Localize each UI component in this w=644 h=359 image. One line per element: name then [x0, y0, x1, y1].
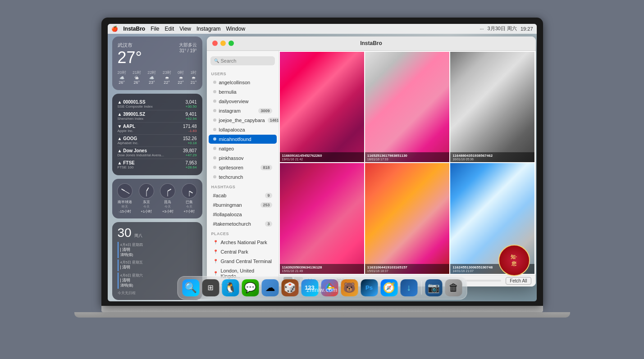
- dock-safari[interactable]: 🧭: [380, 279, 397, 296]
- menu-window[interactable]: Window: [226, 26, 245, 32]
- stock-row-1: ▲ 399001.SZShenzhen Index 9,401+62.94: [118, 110, 197, 123]
- sidebar-item-bernulia[interactable]: bernulia: [209, 87, 277, 96]
- sidebar-item-techcrunch[interactable]: techcrunch: [209, 173, 277, 182]
- sidebar-item-takemetochurch[interactable]: #takemetochurch3: [209, 219, 277, 228]
- dock-camera[interactable]: 📷: [425, 279, 442, 296]
- stand-foot: [74, 312, 570, 318]
- forecast-0: 20时 ☁️ 26°: [118, 70, 126, 85]
- progress-track-2: [465, 280, 501, 282]
- dock-photoshop[interactable]: Ps: [361, 279, 378, 296]
- user-dot: [213, 166, 216, 169]
- search-wrap[interactable]: 🔍: [210, 56, 275, 65]
- grid-item-3[interactable]: 11639205039634136128 15/01/16 21:49: [280, 163, 364, 274]
- sidebar-item-instagram[interactable]: instagram3009: [209, 106, 277, 115]
- menu-view[interactable]: View: [179, 26, 191, 32]
- content-area: 11660916145452762260 19/01/16 21:42 1165…: [279, 51, 536, 286]
- dock-launchpad[interactable]: ⊞: [202, 279, 219, 296]
- screen: 🍎 InstaBro File Edit View Instagram Wind…: [108, 24, 537, 301]
- sidebar-item-acab[interactable]: #acab9: [209, 191, 277, 200]
- takemetochurch-badge: 3: [265, 221, 272, 227]
- sidebar-item-joejoe[interactable]: joejoe_the_capybara1461: [209, 116, 277, 125]
- user-dot: [213, 128, 216, 131]
- grid-info-4: 11631064419103165157 15/01/16 18:37: [365, 264, 449, 274]
- dock-trash[interactable]: 🗑: [445, 279, 462, 296]
- window-title: InstaBro: [360, 40, 382, 46]
- forecast-1: 21时 🌦 26°: [132, 70, 141, 85]
- sidebar-item-burningman[interactable]: #burningman253: [209, 200, 277, 209]
- stock-row-4: ▲ Dow JonesDow Jones Industrial Avera...…: [118, 147, 197, 159]
- menu-appname[interactable]: InstaBro: [123, 26, 146, 32]
- joejoe-badge: 1461: [268, 118, 279, 123]
- close-button[interactable]: [212, 41, 218, 46]
- fetch-all-button[interactable]: Fetch All: [506, 277, 531, 285]
- sidebar-item-lollapalooza[interactable]: lollapalooza: [209, 125, 277, 134]
- cal-date: 30: [118, 227, 132, 239]
- macbook-frame: 🍎 InstaBro File Edit View Instagram Wind…: [74, 18, 570, 342]
- watermark: 知· 您: [498, 245, 530, 276]
- menubar-date: 3月30日 周六: [488, 25, 517, 32]
- stock-row-3: ▲ GOOGAlphabet Inc. 152.26+0.18: [118, 135, 197, 147]
- sidebar-item-lollapalooza-tag[interactable]: #lollapalooza: [209, 210, 277, 219]
- dock-download[interactable]: ↓: [400, 279, 417, 296]
- menubar-time: 19:27: [521, 26, 533, 32]
- widgets-panel: 武汉市 27° 大部多云 31° / 19° 20时: [112, 36, 202, 300]
- dock-misc[interactable]: 🎲: [281, 279, 298, 296]
- clock-widget: 南半球港 昨天 -15小时 东京 今天 +1小时: [112, 179, 202, 218]
- menu-edit[interactable]: Edit: [165, 26, 174, 32]
- sidebar-item-dailyoverview[interactable]: dailyoverview: [209, 97, 277, 106]
- stand-bar: [101, 306, 543, 312]
- menubar-left: 🍎 InstaBro File Edit View Instagram Wind…: [111, 26, 246, 32]
- menubar: 🍎 InstaBro File Edit View Instagram Wind…: [108, 24, 537, 34]
- zhiniw-bottom-text: zhiniw.com: [306, 286, 338, 293]
- sidebar-item-spritesoren[interactable]: spritesoren818: [209, 163, 277, 172]
- grid-info-2: 11648804351938567462 16/01/16 05:36: [450, 152, 534, 162]
- forecast-5: 1时 🌧 21°: [190, 70, 196, 85]
- search-input[interactable]: [221, 58, 271, 64]
- place-pin-icon: 📍: [213, 259, 218, 264]
- sidebar-item-angelcollinson[interactable]: angelcollinson: [209, 78, 277, 87]
- forecast-2: 22时 ☁️ 23°: [147, 70, 156, 85]
- sidebar-item-pinkhassov[interactable]: pinkhassov: [209, 154, 277, 163]
- places-section-label: PLACES: [207, 229, 279, 237]
- user-dot: [213, 81, 216, 84]
- place-pin-icon: 📍: [213, 240, 218, 245]
- minimize-button[interactable]: [220, 41, 226, 46]
- place-pin-icon: 📍: [213, 250, 218, 254]
- user-dot: [213, 156, 216, 159]
- burningman-badge: 253: [260, 202, 272, 208]
- sidebar-place-arches[interactable]: 📍Arches National Park: [209, 238, 277, 247]
- search-icon: 🔍: [214, 59, 219, 63]
- dock-clouddrive[interactable]: ☁: [261, 279, 279, 296]
- grid-item-2[interactable]: 11648804351938567462 16/01/16 05:36: [450, 52, 534, 163]
- sidebar-search-wrap: 🔍: [207, 55, 279, 69]
- weather-temp: 27°: [118, 49, 142, 67]
- dock-wechat[interactable]: 💬: [242, 279, 259, 296]
- apple-menu[interactable]: 🍎: [111, 26, 118, 32]
- menubar-right: ··· 3月30日 周六 19:27: [480, 25, 533, 32]
- grid-item-0[interactable]: 11660916145452762260 19/01/16 21:42: [280, 52, 364, 163]
- grid-item-1[interactable]: 11652513617983851130 18/01/16 17:33: [365, 52, 449, 163]
- forecast-4: 0时 🌧 22°: [178, 70, 184, 85]
- clock-3: 已集 今天 +7小时: [182, 183, 197, 214]
- dock-bear[interactable]: 🐻: [341, 279, 358, 296]
- sidebar-place-grandcentral[interactable]: 📍Grand Central Terminal: [209, 257, 277, 266]
- menu-file[interactable]: File: [151, 26, 159, 32]
- user-dot: [213, 175, 216, 178]
- clock-2: 昆岛 今天 +3小时: [160, 183, 175, 214]
- sidebar-item-natgeo[interactable]: natgeo: [209, 144, 277, 153]
- sidebar-item-micahnotfound[interactable]: micahnotfound: [209, 135, 277, 144]
- clock-face-0: [117, 183, 132, 199]
- sidebar-place-centralpark[interactable]: 📍Central Park: [209, 247, 277, 256]
- grid-item-4[interactable]: 11631064419103165157 15/01/16 18:37: [365, 163, 449, 274]
- maximize-button[interactable]: [228, 41, 234, 46]
- clock-1: 东京 今天 +1小时: [139, 183, 154, 214]
- dock-qq[interactable]: 🐧: [222, 279, 239, 296]
- clock-0: 南半球港 昨天 -15小时: [117, 183, 132, 214]
- cal-event-0: 4月4日 星期四 | 清明 清明(假): [118, 242, 197, 258]
- menu-instagram[interactable]: Instagram: [196, 26, 220, 32]
- clock-face-1: [139, 183, 154, 199]
- clock-face-2: [160, 183, 175, 199]
- place-pin-icon: 📍: [213, 271, 218, 276]
- instagram-badge: 3009: [258, 108, 272, 114]
- dock-finder[interactable]: 🔍: [182, 279, 199, 296]
